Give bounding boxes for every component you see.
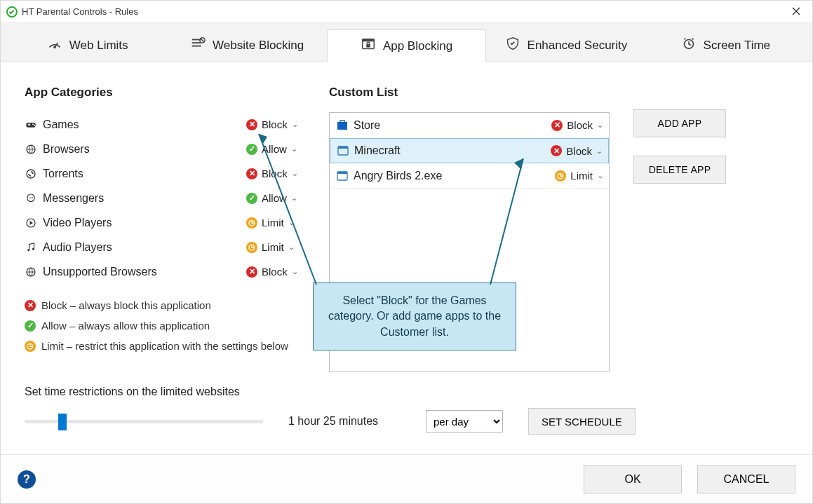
- custom-app-name: Minecraft: [354, 144, 546, 157]
- delete-app-button[interactable]: DELETE APP: [633, 156, 726, 184]
- help-button[interactable]: ?: [18, 470, 36, 489]
- ok-button[interactable]: OK: [584, 465, 682, 493]
- add-app-button[interactable]: ADD APP: [633, 109, 726, 137]
- custom-list-row[interactable]: Minecraft✕Block⌄: [330, 138, 609, 163]
- svg-marker-23: [30, 221, 34, 225]
- tab-screen-time[interactable]: Screen Time: [646, 29, 805, 61]
- category-action-dropdown[interactable]: ◷Limit⌄: [246, 241, 305, 253]
- category-action-dropdown[interactable]: ✓Allow⌄: [246, 192, 305, 204]
- categories-panel: App Categories Games✕Block⌄Browsers✓Allo…: [25, 79, 305, 372]
- svg-rect-32: [337, 172, 347, 174]
- block-badge-icon: ✕: [246, 168, 257, 179]
- category-action-dropdown[interactable]: ✕Block⌄: [246, 168, 305, 179]
- svg-point-17: [27, 170, 35, 178]
- block-badge-icon: ✕: [551, 145, 562, 156]
- custom-list-title: Custom List: [329, 86, 610, 100]
- allow-badge-icon: ✓: [246, 144, 257, 155]
- svg-rect-28: [340, 121, 344, 123]
- action-label: Limit: [570, 170, 593, 182]
- lock-window-icon: [361, 36, 376, 55]
- chevron-down-icon: ⌄: [596, 147, 603, 156]
- titlebar: HT Parental Controls - Rules: [1, 1, 812, 23]
- callout-text: Select "Block" for the Games category. O…: [328, 294, 501, 338]
- custom-app-name: Angry Birds 2.exe: [354, 170, 547, 182]
- time-slider[interactable]: [25, 411, 263, 432]
- svg-rect-8: [363, 39, 375, 42]
- category-name: Messengers: [43, 192, 246, 205]
- cancel-button[interactable]: CANCEL: [697, 465, 795, 493]
- action-label: Limit: [262, 217, 284, 229]
- svg-point-13: [34, 124, 35, 125]
- play-circle-icon: [25, 217, 43, 229]
- custom-app-name: Store: [354, 119, 547, 132]
- block-badge-icon: ✕: [246, 119, 257, 130]
- svg-rect-9: [366, 44, 370, 48]
- category-name: Browsers: [43, 143, 246, 156]
- tab-web-limits[interactable]: Web Limits: [8, 29, 167, 61]
- help-icon: ?: [23, 473, 30, 486]
- shield-check-icon: [505, 36, 520, 55]
- action-label: Block: [566, 145, 592, 157]
- per-day-select[interactable]: per dayper week: [426, 410, 503, 433]
- category-row: Audio Players◷Limit⌄: [25, 235, 305, 259]
- legend: ✕Block – always block this application ✓…: [25, 299, 305, 352]
- legend-block: ✕Block – always block this application: [25, 299, 305, 311]
- custom-list-row[interactable]: Angry Birds 2.exe◷Limit⌄: [330, 163, 609, 189]
- torrent-icon: [25, 168, 43, 180]
- app-generic-icon: [335, 170, 349, 182]
- gauge-icon: [47, 36, 62, 55]
- custom-action-dropdown[interactable]: ✕Block⌄: [547, 119, 603, 131]
- dialog-footer: ? OK CANCEL: [1, 454, 812, 503]
- category-action-dropdown[interactable]: ◷Limit⌄: [246, 217, 305, 229]
- action-label: Block: [567, 119, 593, 131]
- chevron-down-icon: ⌄: [288, 243, 295, 252]
- allow-badge-icon: ✓: [246, 193, 257, 204]
- custom-action-dropdown[interactable]: ✕Block⌄: [546, 145, 603, 157]
- svg-point-21: [32, 197, 34, 198]
- window-close-button[interactable]: [780, 1, 812, 23]
- category-action-dropdown[interactable]: ✕Block⌄: [246, 118, 305, 130]
- svg-point-19: [29, 197, 30, 198]
- tab-label: App Blocking: [383, 39, 452, 53]
- category-name: Games: [43, 118, 246, 131]
- categories-title: App Categories: [25, 86, 305, 100]
- custom-list-row[interactable]: Store✕Block⌄: [330, 113, 609, 138]
- list-block-icon: [190, 36, 206, 55]
- tab-bar: Web Limits Website Blocking App Blocking…: [1, 23, 812, 62]
- category-name: Unsupported Browsers: [43, 266, 246, 278]
- action-label: Block: [262, 266, 288, 278]
- tab-website-blocking[interactable]: Website Blocking: [167, 29, 326, 61]
- chevron-down-icon: ⌄: [597, 121, 603, 130]
- tab-app-blocking[interactable]: App Blocking: [327, 29, 486, 62]
- category-name: Video Players: [43, 217, 246, 229]
- time-restrictions-section: Set time restrictions on the limited web…: [25, 386, 788, 435]
- set-schedule-button[interactable]: SET SCHEDULE: [528, 408, 636, 435]
- category-action-dropdown[interactable]: ✓Allow⌄: [246, 143, 305, 155]
- action-label: Allow: [262, 192, 287, 204]
- chevron-down-icon: ⌄: [291, 193, 297, 203]
- globe-icon: [25, 143, 43, 156]
- custom-action-dropdown[interactable]: ◷Limit⌄: [547, 170, 603, 182]
- window-title: HT Parental Controls - Rules: [22, 6, 138, 17]
- block-badge-icon: ✕: [25, 300, 36, 311]
- category-action-dropdown[interactable]: ✕Block⌄: [246, 266, 305, 278]
- chevron-down-icon: ⌄: [291, 144, 297, 154]
- svg-rect-5: [192, 46, 201, 47]
- allow-badge-icon: ✓: [25, 320, 36, 332]
- svg-point-24: [27, 249, 29, 251]
- limit-badge-icon: ◷: [555, 170, 566, 182]
- legend-limit: ◷Limit – restrict this application with …: [25, 340, 305, 352]
- chevron-down-icon: ⌄: [292, 169, 298, 178]
- app-generic-icon: [336, 145, 350, 156]
- tab-label: Enhanced Security: [528, 39, 628, 53]
- tab-content: App Categories Games✕Block⌄Browsers✓Allo…: [1, 62, 812, 454]
- category-row: Video Players◷Limit⌄: [25, 210, 305, 235]
- store-app-icon: [335, 120, 349, 131]
- svg-point-20: [30, 197, 32, 198]
- side-buttons-panel: ADD APP DELETE APP: [633, 79, 788, 372]
- slider-thumb[interactable]: [58, 414, 67, 430]
- chat-icon: [25, 192, 43, 205]
- chevron-down-icon: ⌄: [292, 120, 298, 129]
- tab-enhanced-security[interactable]: Enhanced Security: [486, 29, 645, 61]
- category-row: Torrents✕Block⌄: [25, 161, 305, 186]
